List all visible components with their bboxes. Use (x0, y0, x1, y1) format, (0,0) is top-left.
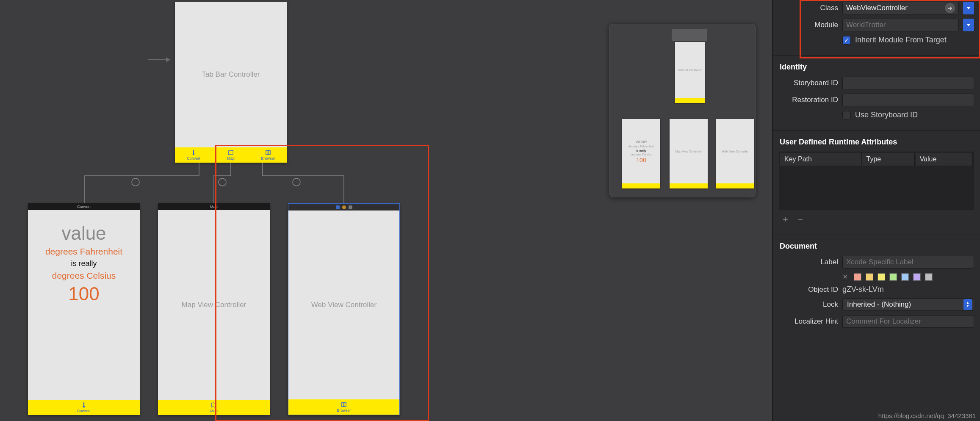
identity-inspector: Class WebViewController ➜ Module WorldTr… (772, 0, 980, 421)
restoration-id-row: Restoration ID (779, 94, 974, 106)
tabbar: Map (158, 400, 270, 415)
object-id-row: Object ID gZV-sk-LVm (779, 285, 974, 294)
mini-scene-web[interactable]: Web View Controller (716, 119, 754, 188)
remove-attr-button[interactable]: － (796, 213, 805, 225)
svg-rect-5 (83, 402, 84, 406)
inherit-row: ✓ Inherit Module From Target (779, 36, 974, 44)
module-dropdown-button[interactable] (963, 19, 974, 31)
mini-body: Web View Controller (716, 119, 754, 183)
map-icon (228, 150, 234, 155)
section-title: User Defined Runtime Attributes (780, 138, 974, 147)
minimap-panel[interactable]: Tab Bar Controller value degrees Fahrenh… (609, 24, 756, 197)
scene-body: Map View Controller (158, 210, 270, 400)
scene-tabbarcontroller[interactable]: Tab Bar Controller Convert Map Browser (175, 2, 287, 163)
scene-header[interactable] (288, 204, 399, 210)
viewcontroller-icon (336, 205, 340, 209)
localizer-row: Localizer Hint Comment For Localizer (779, 315, 974, 328)
stepper-icon: ▲▼ (963, 299, 972, 310)
section-title: Identity (780, 63, 974, 72)
tab-label: Convert (187, 156, 200, 161)
color-swatch[interactable] (901, 273, 909, 281)
mini-tabbar (622, 183, 660, 188)
tab-item-convert[interactable]: Convert (175, 150, 212, 161)
scene-body: Web View Controller (288, 210, 399, 399)
mini-tabbar (675, 98, 705, 103)
scene-header[interactable]: Convert (28, 203, 140, 210)
book-icon (341, 402, 347, 407)
mini-selection-box (672, 29, 707, 41)
section-title: Document (780, 242, 974, 251)
inherit-module-label: Inherit Module From Target (855, 36, 947, 44)
color-swatch[interactable] (889, 273, 897, 281)
section-identity: Identity Storyboard ID Restoration ID ✓ … (773, 56, 980, 131)
scene-map[interactable]: Map Map View Controller Map (158, 203, 270, 415)
color-swatch[interactable] (878, 273, 885, 281)
col-value[interactable]: Value (916, 153, 973, 166)
col-type[interactable]: Type (862, 153, 915, 166)
tab-label: Map (210, 409, 218, 413)
object-id-value: gZV-sk-LVm (842, 285, 884, 294)
runtime-attr-buttons: ＋ － (779, 210, 974, 228)
tabbar: Convert (28, 400, 140, 415)
mini-scene-map[interactable]: Map View Controller (670, 119, 708, 188)
tab-item-browser[interactable]: Browser (249, 150, 287, 161)
tab-item-browser[interactable]: Browser (334, 402, 353, 413)
mini-scene-tabctrl[interactable]: Tab Bar Controller (675, 42, 705, 103)
add-attr-button[interactable]: ＋ (781, 213, 790, 225)
isreally-label: is really (71, 259, 97, 268)
fahrenheit-label: degrees Fahrenheit (45, 247, 122, 257)
tab-label: Browser (261, 156, 275, 161)
tab-item-convert[interactable]: Convert (75, 402, 93, 413)
svg-point-1 (193, 153, 195, 155)
section-custom-class: Class WebViewController ➜ Module WorldTr… (773, 0, 980, 56)
svg-point-3 (219, 178, 226, 186)
col-keypath[interactable]: Key Path (780, 153, 861, 166)
storyboard-id-input[interactable] (842, 77, 974, 89)
tabbar: Browser (288, 399, 399, 415)
exit-icon (349, 205, 352, 209)
scene-body: Tab Bar Controller (175, 2, 287, 147)
lock-select[interactable]: Inherited - (Nothing) ▲▼ (842, 298, 974, 311)
mini-scene-convert[interactable]: value degrees Fahrenheit is really degre… (622, 119, 660, 188)
runtime-attr-table[interactable]: Key Path Type Value (779, 152, 974, 210)
class-input[interactable]: WebViewController ➜ (842, 2, 959, 14)
class-dropdown-button[interactable] (963, 2, 974, 14)
mini-tabbar (670, 183, 708, 188)
scene-web[interactable]: Web View Controller Browser (288, 203, 400, 415)
doc-label-label: Label (779, 258, 838, 266)
use-storyboard-label: Use Storyboard ID (855, 111, 918, 119)
restoration-id-input[interactable] (842, 94, 974, 106)
scene-header[interactable]: Map (158, 203, 270, 210)
color-swatch[interactable] (866, 273, 873, 281)
runtime-attr-empty (780, 166, 973, 209)
color-swatch[interactable] (925, 273, 933, 281)
inherit-module-checkbox[interactable]: ✓ (842, 36, 851, 44)
section-runtime-attrs: User Defined Runtime Attributes Key Path… (773, 131, 980, 235)
celsius-label: degrees Celsius (52, 271, 116, 281)
color-swatch[interactable] (913, 273, 921, 281)
tab-item-map[interactable]: Map (212, 150, 249, 161)
storyboard-id-row: Storyboard ID (779, 77, 974, 89)
color-swatch[interactable] (854, 273, 861, 281)
scene-body: value degrees Fahrenheit is really degre… (28, 210, 140, 400)
lock-label: Lock (779, 300, 838, 309)
module-row: Module WorldTrotter (779, 19, 974, 31)
use-storyboard-checkbox[interactable]: ✓ (842, 111, 851, 119)
go-to-class-icon[interactable]: ➜ (945, 3, 955, 13)
scene-header-icons (336, 205, 352, 209)
value-label: value (61, 223, 106, 244)
book-icon (265, 150, 271, 155)
clear-color-button[interactable]: ✕ (842, 273, 848, 281)
tab-item-map[interactable]: Map (208, 402, 220, 413)
module-input[interactable]: WorldTrotter (842, 19, 959, 31)
mini-tabbar (716, 183, 754, 188)
localizer-input[interactable]: Comment For Localizer (842, 315, 974, 328)
use-storyboard-row: ✓ Use Storyboard ID (779, 111, 974, 119)
doc-label-input[interactable]: Xcode Specific Label (842, 256, 974, 269)
thermometer-icon (81, 402, 87, 408)
doc-label-row: Label Xcode Specific Label (779, 256, 974, 269)
chevron-down-icon (966, 7, 971, 9)
scene-convert[interactable]: Convert value degrees Fahrenheit is real… (28, 203, 140, 415)
module-label: Module (779, 21, 838, 29)
storyboard-canvas[interactable]: Tab Bar Controller Convert Map Browser C… (0, 0, 772, 421)
